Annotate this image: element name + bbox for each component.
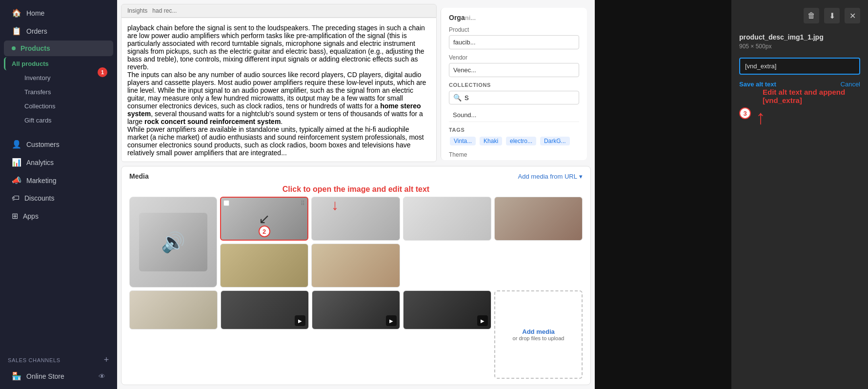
sidebar-sub-gift-cards[interactable]: Gift cards (4, 114, 113, 127)
media-thumb-video-3[interactable]: ▶ (403, 290, 491, 329)
sidebar-item-discounts[interactable]: 🏷 Discounts (4, 190, 113, 206)
analytics-icon: 📊 (12, 158, 21, 167)
media-grid-row2: ▶ ▶ ▶ Add media or drop files to upload (129, 290, 583, 379)
sidebar-item-products[interactable]: Products (4, 41, 113, 56)
insights-bar: Insights had rec... (121, 4, 437, 18)
collections-search-input[interactable] (464, 94, 575, 102)
sidebar-item-label: Orders (26, 27, 47, 35)
image-editor-overlay: 🗑 ⬇ ✕ product_desc_img1_1.jpg 905 × 500p… (595, 0, 868, 389)
sidebar-sub-label: Inventory (24, 74, 50, 82)
media-thumb-5[interactable] (494, 197, 583, 241)
sidebar-item-apps[interactable]: ⊞ Apps (4, 207, 113, 225)
media-thumb-video-1[interactable]: ▶ (221, 290, 309, 329)
media-section: Media Add media from URL ▾ Click to open… (121, 166, 591, 385)
alt-text-actions: Save alt text Cancel (739, 81, 860, 88)
active-indicator (12, 46, 16, 50)
tags-container: Vinta... Khaki electro... DarkG... (449, 136, 579, 146)
sidebar-item-customers[interactable]: 👤 Customers (4, 136, 113, 153)
product-description: playback chain before the signal is sent… (121, 18, 437, 162)
badge-3: 3 (739, 107, 751, 119)
add-media-sub: or drop files to upload (513, 335, 565, 341)
theme-label: Theme (449, 151, 579, 158)
vendor-field-label: Vendor (449, 54, 579, 61)
annotation-edit-text: Edit alt text and append [vnd_extra] (763, 88, 845, 104)
image-dimensions: 905 × 500px (739, 43, 860, 50)
collections-label: COLLECTIONS (449, 82, 579, 88)
sidebar-sub-all-products[interactable]: All products 1 (4, 57, 113, 70)
main-content: Insights had rec... playback chain befor… (117, 0, 595, 389)
alt-text-input[interactable] (739, 58, 860, 75)
tag-khaki[interactable]: Khaki (480, 137, 502, 145)
play-icon-2: ▶ (386, 315, 397, 326)
media-thumb-6[interactable] (220, 244, 308, 287)
sidebar-item-orders[interactable]: 📋 Orders (4, 22, 113, 40)
sidebar-sub-inventory[interactable]: Inventory (4, 71, 113, 84)
media-header: Media Add media from URL ▾ (129, 172, 583, 180)
sidebar-item-analytics[interactable]: 📊 Analytics (4, 154, 113, 171)
sidebar-item-home[interactable]: 🏠 Home (4, 4, 113, 21)
image-preview-panel (595, 0, 731, 389)
home-icon: 🏠 (12, 8, 21, 18)
orders-icon: 📋 (12, 26, 21, 36)
media-thumb-3[interactable] (311, 197, 400, 241)
media-thumb-main[interactable]: 🔊 (129, 197, 217, 287)
sidebar-item-label: Customers (26, 141, 60, 148)
add-sales-channel-btn[interactable]: + (104, 355, 109, 365)
sidebar-sub-label: Collections (24, 102, 56, 110)
delete-image-btn[interactable]: 🗑 (804, 8, 819, 23)
media-thumb-8[interactable] (129, 290, 218, 329)
discounts-icon: 🏷 (12, 194, 20, 203)
add-media-label: Add media (522, 328, 554, 335)
tag-electro[interactable]: electro... (506, 137, 536, 145)
collections-search[interactable]: 🔍 (449, 91, 579, 104)
thumb-checkbox (223, 200, 229, 206)
customers-icon: 👤 (12, 140, 21, 149)
chevron-down-icon: ▾ (579, 173, 583, 180)
close-icon: ✕ (849, 11, 856, 20)
image-filename: product_desc_img1_1.jpg (739, 33, 860, 41)
download-image-btn[interactable]: ⬇ (824, 8, 840, 23)
visibility-icon[interactable]: 👁 (99, 372, 105, 380)
sidebar-item-label: Online Store (26, 372, 64, 380)
annotation-click-text: Click to open the image and edit alt tex… (283, 185, 429, 193)
sidebar-sub-transfers[interactable]: Transfers (4, 85, 113, 99)
media-title: Media (129, 172, 149, 180)
save-alt-text-btn[interactable]: Save alt text (739, 81, 776, 88)
sidebar-sub-label: All products (12, 60, 49, 67)
collection-item-sound[interactable]: Sound... (449, 108, 579, 122)
sidebar-item-label: Products (20, 44, 50, 52)
drag-handle: ⠿ (301, 200, 305, 207)
cancel-alt-text-btn[interactable]: Cancel (841, 81, 860, 88)
add-media-url-btn[interactable]: Add media from URL ▾ (518, 173, 583, 180)
organize-title: Organi... (449, 14, 579, 21)
add-media-box[interactable]: Add media or drop files to upload (494, 290, 583, 379)
sidebar-sub-collections[interactable]: Collections (4, 100, 113, 113)
organize-panel: Organi... Product faucib... Vendor Venec… (441, 8, 587, 160)
product-field-label: Product (449, 26, 579, 33)
apps-icon: ⊞ (12, 211, 18, 221)
sidebar-item-online-store[interactable]: 🏪 Online Store 👁 (4, 368, 113, 385)
annotation-container: Click to open the image and edit alt tex… (129, 185, 583, 194)
search-icon: 🔍 (453, 94, 462, 102)
desc-para-3: While power amplifiers are available in … (127, 125, 430, 157)
desc-para-1: playback chain before the signal is sent… (127, 24, 430, 71)
red-arrow-up-annotation: ↑ (756, 107, 766, 127)
image-controls-panel: 🗑 ⬇ ✕ product_desc_img1_1.jpg 905 × 500p… (731, 0, 868, 389)
sidebar-item-label: Marketing (26, 177, 56, 184)
step3-annotation: 3 ↑ (739, 107, 860, 127)
product-field-value[interactable]: faucib... (449, 35, 579, 49)
sidebar-sub-label: Transfers (24, 88, 51, 96)
media-thumb-7[interactable] (311, 244, 400, 287)
media-thumb-video-2[interactable]: ▶ (312, 290, 400, 329)
tag-darkg[interactable]: DarkG... (540, 137, 570, 145)
sidebar-item-label: Apps (23, 212, 39, 220)
play-icon-1: ▶ (295, 315, 305, 326)
badge-number: 1 (98, 67, 107, 77)
close-editor-btn[interactable]: ✕ (845, 8, 860, 23)
vendor-field-value[interactable]: Venec... (449, 63, 579, 77)
play-icon-3: ▶ (477, 315, 488, 326)
tag-vinta[interactable]: Vinta... (450, 137, 476, 145)
media-thumb-4[interactable] (403, 197, 491, 241)
sidebar-item-marketing[interactable]: 📣 Marketing (4, 172, 113, 189)
media-thumb-selected[interactable]: ⠿ ↙ 2 (220, 197, 308, 241)
